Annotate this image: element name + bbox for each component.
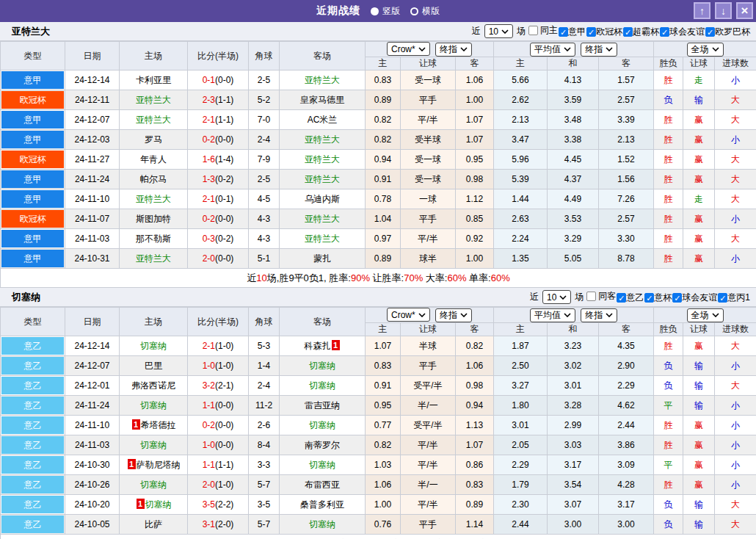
handicap-time-select[interactable]: 终指 <box>435 43 472 57</box>
avg-home-odds-cell: 3.27 <box>494 376 548 396</box>
fulltime-score: 1-1 <box>203 460 215 470</box>
avg-draw-odds-cell: 3.54 <box>548 475 599 495</box>
chevron-down-icon <box>418 313 426 317</box>
avg-draw-odds-cell: 3.02 <box>548 356 599 376</box>
avg-away-odds-cell: 2.90 <box>599 356 654 376</box>
score-cell: 1-3(0-2) <box>188 170 249 189</box>
handicap-home-odds-cell: 0.83 <box>366 356 401 376</box>
handicap-away-odds-cell: 0.98 <box>456 170 494 189</box>
recent-count-select[interactable]: 10 <box>484 24 513 38</box>
result-handicap-cell: 赢 <box>683 209 715 229</box>
col-corner: 角球 <box>249 42 280 70</box>
handicap-home-odds-cell: 1.00 <box>366 495 401 515</box>
match-row: 欧冠杯 24-11-27 年青人 1-6(1-4) 7-9 亚特兰大 0.94 … <box>1 150 756 170</box>
away-team-cell: 布雷西亚 <box>280 475 366 495</box>
league-type-badge: 欧冠杯 <box>1 91 64 109</box>
radio-vertical-layout[interactable]: 竖版 <box>371 5 400 18</box>
handicap-line-cell: 受半球 <box>401 130 456 150</box>
recent-count-select[interactable]: 10 <box>542 290 571 304</box>
home-team-cell: 帕尔马 <box>120 170 188 189</box>
filter-checkbox-意乙[interactable]: ✓意乙 <box>617 292 644 304</box>
col-away: 客场 <box>280 308 366 336</box>
handicap-line-cell: 一球 <box>401 189 456 209</box>
handicap-group-header: Crow* 终指 <box>366 42 494 57</box>
radio-horizontal-layout[interactable]: 横版 <box>410 5 440 18</box>
avg-draw-odds-cell: 4.45 <box>548 150 599 170</box>
corner-cell: 3-5 <box>249 495 280 515</box>
handicap-line-cell: 平/半 <box>401 495 456 515</box>
corner-cell: 2-5 <box>249 70 280 90</box>
result-wdl-cell: 胜 <box>654 249 683 269</box>
average-time-select[interactable]: 终指 <box>581 43 617 57</box>
corner-cell: 8-4 <box>249 435 280 455</box>
filter-checkbox-意杯[interactable]: ✓意杯 <box>644 292 672 304</box>
chevron-down-icon <box>564 313 571 317</box>
bookmaker-select[interactable]: Crow* <box>387 42 430 56</box>
home-team-cell: 1希塔德拉 <box>120 416 188 435</box>
result-wdl-cell: 胜 <box>654 110 683 130</box>
filter-checkbox-意丙1[interactable]: ✓意丙1 <box>718 292 750 304</box>
average-time-select[interactable]: 终指 <box>581 308 617 322</box>
team-name-text: 亚特兰大 <box>136 115 171 125</box>
team-name-text: 切塞纳 <box>140 440 167 450</box>
section-atalanta: 亚特兰大 近 10 场 同主✓意甲✓欧冠杯✓超霸杯✓球会友谊✓欧罗巴杯 类型 日… <box>0 22 756 288</box>
scope-select[interactable]: 全场 <box>687 308 724 322</box>
away-team-cell: 皇家马德里 <box>280 90 366 110</box>
result-goals-cell: 大 <box>715 150 756 170</box>
close-button[interactable]: × <box>736 2 753 19</box>
move-down-button[interactable]: ↓ <box>715 2 732 19</box>
team-name-text: 亚特兰大 <box>136 194 171 204</box>
team-name-text: 斯图加特 <box>136 214 171 224</box>
average-select[interactable]: 平均值 <box>530 308 575 322</box>
filter-checkbox-球会友谊[interactable]: ✓球会友谊 <box>672 292 717 304</box>
chevron-down-icon <box>564 47 571 51</box>
handicap-home-odds-cell: 0.77 <box>366 416 401 435</box>
home-team-cell: 巴里 <box>120 356 188 376</box>
result-wdl-cell: 胜 <box>654 416 683 435</box>
section-cesena: 切塞纳 近 10 场 同客✓意乙✓意杯✓球会友谊✓意丙1 类型 日期 主场 <box>0 288 756 539</box>
team-name-text: 亚特兰大 <box>136 95 171 105</box>
avg-draw-odds-cell: 3.28 <box>548 396 599 416</box>
move-up-button[interactable]: ↑ <box>694 2 710 19</box>
score-cell: 2-3(1-1) <box>188 90 249 110</box>
result-handicap-cell: 输 <box>683 90 715 110</box>
chevron-down-icon <box>559 295 567 300</box>
result-wdl-cell: 胜 <box>654 189 683 209</box>
date-cell: 24-10-26 <box>65 475 120 495</box>
filter-checkbox-欧冠杯[interactable]: ✓欧冠杯 <box>586 26 622 38</box>
handicap-line-cell: 平手 <box>401 356 456 376</box>
bookmaker-select[interactable]: Crow* <box>387 308 430 322</box>
filter-checkbox-同客[interactable]: 同客 <box>586 290 616 303</box>
team-name-text: 那不勒斯 <box>136 234 171 244</box>
handicap-away-odds-cell: 0.82 <box>456 336 494 356</box>
avg-away-odds-cell: 2.13 <box>599 130 654 150</box>
league-filters: 同客✓意乙✓意杯✓球会友谊✓意丙1 <box>586 290 750 304</box>
away-team-cell: AC米兰 <box>280 110 366 130</box>
red-card-badge: 1 <box>137 499 145 509</box>
avg-draw-odds-cell: 3.38 <box>548 130 599 150</box>
away-team-cell: 雷吉亚纳 <box>280 396 366 416</box>
average-select[interactable]: 平均值 <box>530 43 575 57</box>
chevron-down-icon <box>501 29 509 34</box>
match-row: 意乙 24-11-24 切塞纳 1-1(0-0) 11-2 雷吉亚纳 0.95 … <box>1 396 756 416</box>
filter-checkbox-同主[interactable]: 同主 <box>528 24 558 37</box>
checkbox-checked-icon: ✓ <box>705 27 715 37</box>
filter-checkbox-欧罗巴杯[interactable]: ✓欧罗巴杯 <box>705 26 750 38</box>
avg-home-odds-cell: 5.66 <box>494 70 548 90</box>
summary-row: 近10场,胜4平2负4, 胜率:40% 让胜率:50% 大率:40% 单率:40… <box>1 535 756 539</box>
away-team-cell: 切塞纳 <box>280 356 366 376</box>
filter-checkbox-超霸杯[interactable]: ✓超霸杯 <box>623 26 659 38</box>
fulltime-score: 1-0 <box>203 440 215 450</box>
result-wdl-cell: 平 <box>654 455 683 475</box>
avg-away-odds-cell: 7.26 <box>599 189 654 209</box>
filter-checkbox-球会友谊[interactable]: ✓球会友谊 <box>660 26 705 38</box>
filter-checkbox-意甲[interactable]: ✓意甲 <box>559 26 586 38</box>
handicap-group-header: Crow* 终指 <box>366 308 494 323</box>
handicap-time-select[interactable]: 终指 <box>435 308 472 322</box>
handicap-home-odds-cell: 0.95 <box>366 396 401 416</box>
avg-home-odds-cell: 5.96 <box>494 150 548 170</box>
scope-select[interactable]: 全场 <box>687 43 724 57</box>
league-type-badge: 意乙 <box>1 516 64 533</box>
col-avg-away: 客 <box>599 57 654 70</box>
checkbox-unchecked-icon <box>586 292 596 301</box>
